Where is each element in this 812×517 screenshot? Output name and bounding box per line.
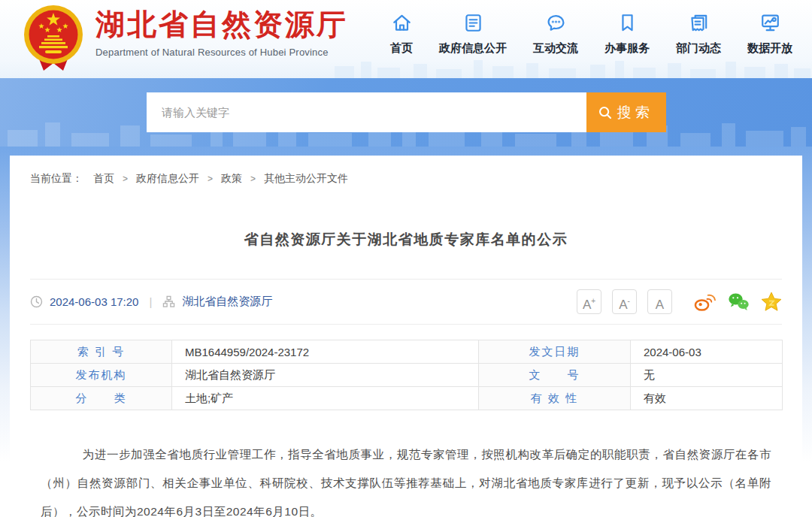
nav-item-gov-info[interactable]: 政府信息公开 — [439, 11, 507, 56]
publish-datetime: 2024-06-03 17:20 — [50, 295, 138, 308]
table-row: 分 类 土地;矿产 有 效 性 有效 — [31, 387, 783, 410]
nav-label: 办事服务 — [604, 41, 650, 56]
breadcrumb: 当前位置： 首页 > 政府信息公开 > 政策 > 其他主动公开文件 — [30, 156, 782, 186]
search-button[interactable]: 搜索 — [586, 92, 666, 132]
site-title-block: 湖北省自然资源厅 Department of Natural Resources… — [95, 9, 348, 58]
validity-label: 有 效 性 — [479, 387, 631, 410]
font-btn-label: A — [619, 298, 627, 312]
breadcrumb-link-other-docs[interactable]: 其他主动公开文件 — [264, 172, 348, 186]
issuing-agency-value: 湖北省自然资源厅 — [172, 364, 479, 387]
weibo-icon[interactable] — [693, 292, 717, 312]
breadcrumb-label: 当前位置： — [30, 172, 83, 186]
font-size-reset-button[interactable]: A — [647, 289, 672, 314]
breadcrumb-link-gov-info[interactable]: 政府信息公开 — [136, 172, 199, 186]
issuing-agency-label: 发布机构 — [31, 364, 172, 387]
qzone-icon[interactable] — [761, 292, 782, 312]
site-name: 湖北省自然资源厅 — [95, 9, 348, 41]
validity-value: 有效 — [631, 387, 783, 410]
nav-item-open-data[interactable]: 数据开放 — [747, 11, 792, 56]
index-number-value: MB1644959/2024-23172 — [172, 340, 479, 364]
nav-label: 互动交流 — [533, 41, 578, 56]
site-name-english: Department of Natural Resources of Hubei… — [95, 47, 348, 58]
nav-item-home[interactable]: 首页 — [390, 11, 413, 56]
category-value: 土地;矿产 — [172, 387, 479, 410]
breadcrumb-separator: > — [208, 174, 213, 184]
search-band: 搜索 — [0, 78, 812, 147]
article-meta-right: A+ A- A — [577, 289, 782, 314]
document-info-table: 索 引 号 MB1644959/2024-23172 发文日期 2024-06-… — [30, 340, 783, 410]
font-btn-sup: - — [628, 297, 630, 305]
article-meta-row: 2024-06-03 17:20 | 湖北省自然资源厅 A+ A- A — [30, 279, 782, 325]
nav-label: 政府信息公开 — [439, 41, 507, 56]
article-title: 省自然资源厅关于湖北省地质专家库名单的公示 — [30, 230, 782, 249]
article-source-link[interactable]: 湖北省自然资源厅 — [182, 295, 272, 309]
page-background: 当前位置： 首页 > 政府信息公开 > 政策 > 其他主动公开文件 省自然资源厅… — [0, 147, 812, 517]
category-label: 分 类 — [31, 387, 172, 410]
font-size-increase-button[interactable]: A+ — [577, 289, 601, 314]
search-input[interactable] — [147, 92, 586, 132]
nav-item-department-news[interactable]: 部门动态 — [676, 11, 721, 56]
issue-date-label: 发文日期 — [479, 340, 631, 364]
nav-label: 部门动态 — [676, 41, 721, 56]
document-number-label: 文 号 — [479, 364, 631, 387]
search-button-label: 搜索 — [617, 103, 653, 122]
site-header: 湖北省自然资源厅 Department of Natural Resources… — [0, 0, 812, 78]
clock-icon — [30, 295, 43, 308]
home-icon — [391, 11, 413, 35]
nav-item-interaction[interactable]: 互动交流 — [533, 11, 578, 56]
issue-date-value: 2024-06-03 — [631, 340, 783, 364]
breadcrumb-separator: > — [250, 174, 256, 184]
font-btn-label: A — [583, 298, 591, 312]
nav-label: 首页 — [390, 41, 413, 56]
breadcrumb-link-home[interactable]: 首页 — [93, 172, 114, 186]
city-skyline-decoration — [331, 59, 812, 78]
news-icon — [688, 11, 710, 35]
breadcrumb-link-policy[interactable]: 政策 — [221, 172, 242, 186]
info-disclosure-icon — [462, 11, 484, 35]
document-number-value: 无 — [631, 364, 783, 387]
font-btn-sup: + — [591, 297, 595, 305]
nav-item-services[interactable]: 办事服务 — [604, 11, 650, 56]
article-body: 为进一步加强全省地质行业管理工作，指导全省地质事业，规范专家管理，按照机构改革后… — [41, 440, 771, 517]
content-card: 当前位置： 首页 > 政府信息公开 > 政策 > 其他主动公开文件 省自然资源厅… — [10, 156, 802, 517]
article-meta-left: 2024-06-03 17:20 | 湖北省自然资源厅 — [30, 295, 272, 309]
national-emblem-logo — [23, 4, 84, 74]
main-nav: 首页 政府信息公开 互动交流 — [390, 11, 792, 56]
search-box: 搜索 — [147, 92, 666, 132]
breadcrumb-separator: > — [123, 174, 128, 184]
organization-icon — [162, 295, 175, 308]
services-icon — [617, 11, 638, 35]
index-number-label: 索 引 号 — [31, 340, 172, 364]
open-data-icon — [759, 11, 781, 35]
meta-divider: | — [149, 295, 152, 308]
page: 湖北省自然资源厅 Department of Natural Resources… — [0, 0, 812, 147]
font-size-decrease-button[interactable]: A- — [612, 289, 637, 314]
nav-label: 数据开放 — [747, 41, 792, 56]
search-icon — [598, 105, 613, 120]
table-row: 索 引 号 MB1644959/2024-23172 发文日期 2024-06-… — [31, 340, 783, 364]
chat-icon — [545, 11, 567, 35]
font-btn-label: A — [656, 298, 664, 312]
wechat-icon[interactable] — [727, 292, 750, 312]
table-row: 发布机构 湖北省自然资源厅 文 号 无 — [31, 364, 783, 387]
